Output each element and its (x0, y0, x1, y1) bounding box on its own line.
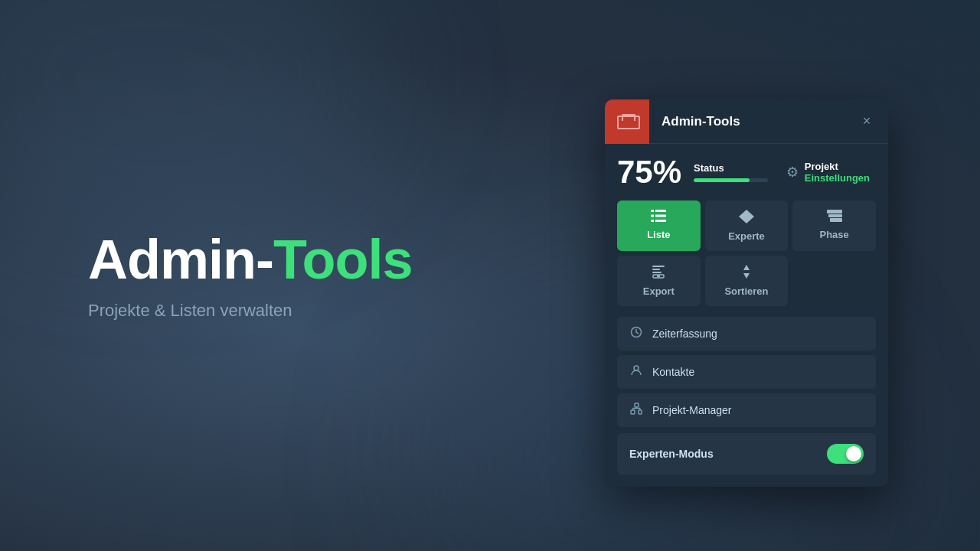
svg-rect-7 (827, 210, 842, 214)
einstellungen-label: Einstellungen (805, 172, 870, 184)
tab-export-label: Export (643, 285, 675, 297)
stats-row: 75% Status ⚙ Projekt Einstellungen (617, 156, 876, 188)
projekt-settings-text: Projekt Einstellungen (805, 161, 870, 184)
stats-percent: 75% (617, 156, 681, 188)
tab-liste-label: Liste (647, 229, 670, 240)
menu-kontakte-label: Kontakte (652, 366, 694, 378)
toggle-label: Experten-Modus (629, 448, 714, 460)
svg-marker-6 (739, 210, 754, 223)
svg-point-18 (634, 366, 639, 370)
hero-title: Admin-Tools (88, 230, 413, 290)
phase-icon (827, 210, 842, 224)
toggle-knob (846, 446, 861, 461)
export-icon (652, 265, 665, 281)
hero-title-green: Tools (273, 229, 413, 290)
tab-experte[interactable]: Experte (705, 201, 789, 251)
panel-header: Admin-Tools × (605, 99, 888, 144)
svg-rect-19 (631, 410, 635, 414)
experten-modus-row: Experten-Modus (617, 433, 876, 474)
stats-status: Status (694, 162, 768, 182)
status-label: Status (694, 162, 768, 174)
admin-panel: Admin-Tools × 75% Status ⚙ Projekt Einst… (605, 99, 888, 487)
progress-fill (694, 178, 750, 182)
manager-icon (629, 403, 643, 418)
svg-rect-14 (657, 276, 660, 277)
progress-bar (694, 178, 768, 182)
tab-export[interactable]: Export (617, 256, 701, 306)
panel-title: Admin-Tools (649, 114, 851, 129)
svg-rect-4 (651, 220, 654, 222)
tab-sortieren-label: Sortieren (724, 285, 768, 297)
menu-projekt-manager-label: Projekt-Manager (652, 404, 732, 416)
gear-icon: ⚙ (786, 164, 799, 181)
menu-zeiterfassung[interactable]: Zeiterfassung (617, 317, 876, 350)
tabs-row-2: Export Sortieren (617, 256, 876, 306)
svg-rect-3 (655, 215, 666, 217)
hero-subtitle: Projekte & Listen verwalten (88, 302, 413, 321)
projekt-settings-button[interactable]: ⚙ Projekt Einstellungen (780, 158, 876, 187)
clock-icon (629, 326, 643, 341)
experten-modus-toggle[interactable] (827, 444, 864, 464)
list-icon (651, 210, 666, 224)
svg-rect-2 (651, 215, 654, 217)
tab-phase-label: Phase (820, 229, 849, 240)
svg-rect-11 (652, 269, 660, 270)
svg-marker-16 (743, 273, 750, 279)
tab-experte-label: Experte (728, 230, 765, 242)
tab-phase[interactable]: Phase (792, 201, 876, 251)
svg-rect-21 (639, 410, 642, 414)
menu-zeiterfassung-label: Zeiterfassung (652, 328, 717, 340)
experte-icon (739, 210, 754, 226)
tab-empty (792, 256, 876, 306)
svg-rect-12 (652, 272, 662, 273)
menu-projekt-manager[interactable]: Projekt-Manager (617, 393, 876, 427)
panel-header-icon (605, 99, 649, 144)
svg-rect-10 (652, 266, 665, 267)
briefcase-icon (617, 114, 637, 129)
tab-liste[interactable]: Liste (617, 201, 701, 251)
svg-rect-5 (655, 220, 666, 222)
svg-rect-0 (651, 210, 654, 212)
svg-rect-9 (830, 218, 842, 222)
svg-rect-8 (828, 214, 842, 217)
svg-marker-15 (743, 265, 750, 270)
hero-section: Admin-Tools Projekte & Listen verwalten (88, 230, 413, 321)
panel-body: 75% Status ⚙ Projekt Einstellungen (605, 144, 888, 487)
projekt-label: Projekt (805, 161, 870, 172)
close-button[interactable]: × (851, 106, 882, 137)
svg-rect-1 (655, 210, 666, 212)
tab-sortieren[interactable]: Sortieren (705, 256, 789, 306)
menu-kontakte[interactable]: Kontakte (617, 355, 876, 389)
hero-title-white: Admin- (88, 229, 273, 290)
svg-rect-20 (635, 403, 639, 407)
tabs-row-1: Liste Experte (617, 201, 876, 251)
contacts-icon (629, 364, 643, 380)
sortieren-icon (740, 265, 753, 281)
